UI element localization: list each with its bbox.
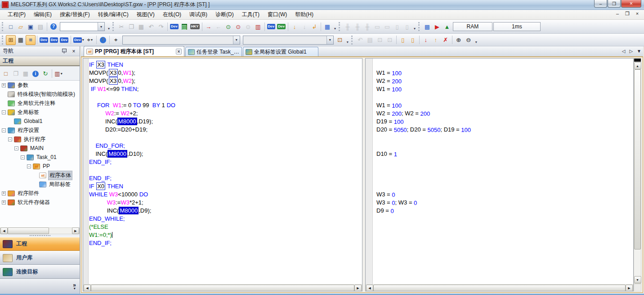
tree-item-program-setting[interactable]: -程序设置: [0, 126, 80, 135]
mdi-close-button[interactable]: ×: [634, 11, 640, 17]
copy-data-icon[interactable]: ❐: [11, 69, 21, 79]
undo-icon[interactable]: ↶: [146, 22, 156, 32]
monitor-stop-icon[interactable]: ⊙: [233, 22, 243, 32]
nav-footer-project-button[interactable]: 工程: [0, 237, 80, 251]
dropdown-icon[interactable]: ▾: [82, 38, 84, 42]
device-list-icon[interactable]: Dev: [59, 35, 69, 45]
menu-view[interactable]: 视图(V): [133, 10, 159, 19]
tab-scroll-left-icon[interactable]: ◁: [622, 49, 626, 54]
toolbar-grip[interactable]: [2, 22, 4, 31]
monitor-window-icon[interactable]: ▦: [322, 22, 332, 32]
toolbar-overflow-icon[interactable]: ▾: [474, 35, 479, 45]
tree-expander-icon[interactable]: +: [2, 200, 6, 204]
device-find-icon[interactable]: Dev: [39, 35, 49, 45]
edit-statement-icon[interactable]: ▯: [402, 22, 412, 32]
tab-global-label-setting[interactable]: 全局标签设置 Global1: [243, 47, 318, 56]
module-configuration-icon[interactable]: ▦: [16, 35, 26, 45]
edit-comment-icon[interactable]: ▯: [392, 22, 402, 32]
window-close-button[interactable]: ×: [621, 0, 641, 8]
program-run-icon[interactable]: ▶: [432, 22, 442, 32]
st-find-replace-icon[interactable]: ⊡: [385, 35, 395, 45]
paste-icon[interactable]: ▦: [136, 22, 146, 32]
tree-item-task01[interactable]: -Task_01: [0, 153, 80, 162]
device-display-off-icon[interactable]: Dev: [276, 22, 286, 32]
monitor-pane-hscrollbar[interactable]: ◀ ▶: [366, 284, 633, 291]
dropdown-icon[interactable]: ▾: [91, 38, 93, 42]
open-project-icon[interactable]: ▱: [16, 22, 26, 32]
toolbar-overflow-icon[interactable]: ▾: [332, 22, 338, 32]
menu-debug[interactable]: 调试(B): [185, 10, 211, 19]
refresh-view-icon[interactable]: ↻: [40, 69, 50, 79]
tree-item-program-body[interactable]: st程序本体: [0, 171, 80, 180]
ladder-branch-icon[interactable]: ╫: [353, 22, 362, 32]
menu-project[interactable]: 工程(P): [4, 10, 30, 19]
tab-scroll-right-icon[interactable]: ▷: [629, 49, 633, 54]
monitor-start-icon[interactable]: ⊙: [224, 22, 233, 32]
copy-icon[interactable]: ❐: [126, 22, 136, 32]
tree-item-parameter[interactable]: +参数: [0, 81, 80, 90]
jump-previous-icon[interactable]: ↓: [300, 22, 309, 32]
menu-convert-compile[interactable]: 转换/编译(C): [94, 10, 133, 19]
keyboard-config-icon[interactable]: HKY: [189, 22, 201, 32]
st-code-text[interactable]: IF X3 THENMOVP(X30,W1);MOVP(X30,W2); IF …: [89, 61, 362, 247]
scroll-left-arrow[interactable]: ◀: [366, 285, 373, 291]
toolbar-overflow-icon[interactable]: ▾: [345, 35, 350, 45]
scroll-right-arrow[interactable]: ▶: [354, 285, 362, 291]
mdi-restore-button[interactable]: ❐: [624, 11, 631, 17]
zoom-in-icon[interactable]: ⊕: [454, 35, 464, 45]
help-icon[interactable]: ?: [49, 22, 58, 32]
dropdown-icon[interactable]: ▾: [61, 72, 63, 76]
navigation-hscrollbar[interactable]: ◀ ▶: [0, 227, 80, 234]
combo-dropdown-icon[interactable]: ▾: [326, 36, 333, 44]
scroll-thumb[interactable]: [634, 69, 641, 250]
tree-item-program-parts[interactable]: +程序部件: [0, 189, 80, 198]
scroll-left-arrow[interactable]: ◀: [84, 285, 91, 291]
split-box[interactable]: [634, 59, 641, 62]
mdi-minimize-button[interactable]: –: [614, 11, 621, 17]
plc-read-icon[interactable]: ←: [214, 22, 224, 32]
tree-expander-icon[interactable]: -: [2, 110, 6, 114]
tab-close-icon[interactable]: ×: [176, 49, 182, 54]
device-display-format-icon[interactable]: Dev▾: [72, 35, 85, 45]
tree-item-intelligent-module[interactable]: 特殊模块(智能功能模块): [0, 90, 80, 99]
tree-expander-icon[interactable]: -: [21, 155, 25, 159]
tree-expander-icon[interactable]: -: [27, 164, 31, 168]
tab-task-registration[interactable]: 任务登录 Task_01: [185, 47, 242, 56]
menu-edit[interactable]: 编辑(E): [30, 10, 56, 19]
plc-write-icon[interactable]: →: [204, 22, 214, 32]
ladder-rail-icon[interactable]: ╫: [362, 22, 372, 32]
tree-expander-icon[interactable]: +: [2, 83, 6, 87]
ladder-insert-icon[interactable]: ▭: [372, 22, 382, 32]
new-data-icon[interactable]: □: [1, 69, 11, 79]
toolbar-grip[interactable]: [2, 36, 4, 45]
display-cell-icon[interactable]: ▯: [408, 35, 418, 45]
navigation-window-icon[interactable]: ⊞: [6, 35, 16, 45]
tree-item-local-label[interactable]: 局部标签: [0, 180, 80, 189]
new-file-icon[interactable]: □: [6, 22, 16, 32]
toolbar-overflow-icon[interactable]: ▾: [106, 22, 112, 32]
menu-help[interactable]: 帮助(H): [291, 10, 318, 19]
toolbar-grip[interactable]: [112, 22, 115, 31]
scroll-thumb[interactable]: [91, 285, 354, 291]
find-range-combobox[interactable]: ▾: [243, 36, 334, 45]
find-target-combobox[interactable]: ▾: [122, 36, 240, 45]
scroll-thumb[interactable]: [373, 285, 626, 291]
save-project-icon[interactable]: ▣: [26, 22, 36, 32]
docking-window-icon[interactable]: ≡: [26, 35, 36, 45]
tab-list-menu-icon[interactable]: ▼: [637, 49, 641, 54]
redo-icon[interactable]: ↷: [156, 22, 166, 32]
tree-item-global1[interactable]: Global1: [0, 117, 80, 126]
scroll-left-arrow[interactable]: ◀: [0, 227, 8, 234]
context-help-icon[interactable]: ?: [98, 35, 108, 45]
navigation-close-icon[interactable]: ×: [71, 48, 77, 54]
sort-filter-icon[interactable]: ▥▾: [54, 69, 63, 79]
nav-footer-connection-destination-button[interactable]: 连接目标: [0, 265, 80, 279]
zoom-out-icon[interactable]: ⊖: [464, 35, 474, 45]
code-pane-hscrollbar[interactable]: ◀ ▶: [83, 284, 362, 291]
tree-item-pp[interactable]: -stPP: [0, 162, 80, 171]
st-edit-icon[interactable]: ↶: [355, 35, 365, 45]
combo-dropdown-icon[interactable]: ▾: [233, 36, 240, 44]
st-document-icon[interactable]: ▤: [365, 35, 375, 45]
menu-find-replace[interactable]: 搜索/替换(F): [56, 10, 94, 19]
device-comment-icon[interactable]: Dev: [169, 22, 179, 32]
